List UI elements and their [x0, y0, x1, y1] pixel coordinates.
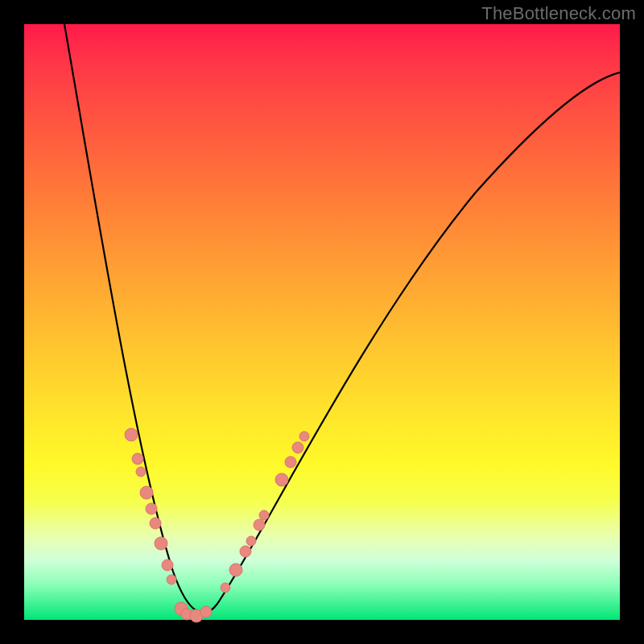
bottleneck-chart-svg — [24, 24, 620, 620]
highlight-dot — [132, 453, 143, 464]
highlight-dot — [162, 559, 173, 571]
highlight-dot — [254, 519, 265, 530]
highlight-dot — [229, 564, 242, 576]
highlight-dot — [221, 583, 230, 592]
highlight-dot — [240, 546, 251, 557]
bottleneck-curve — [64, 24, 620, 613]
highlight-dot — [292, 442, 303, 453]
highlight-dot — [167, 575, 176, 584]
highlight-dots-group — [125, 428, 309, 622]
highlight-dot — [275, 473, 288, 486]
highlight-dot — [155, 537, 167, 550]
highlight-dot — [136, 467, 146, 477]
highlight-dot — [125, 428, 138, 441]
highlight-dot — [146, 503, 157, 514]
highlight-dot — [200, 606, 212, 617]
highlight-dot — [299, 431, 309, 441]
highlight-dot — [246, 536, 256, 546]
chart-area — [24, 24, 620, 620]
highlight-dot — [259, 510, 269, 520]
highlight-dot — [150, 518, 161, 529]
highlight-dot — [140, 486, 153, 499]
highlight-dot — [285, 456, 296, 468]
watermark-text: TheBottleneck.com — [481, 3, 636, 24]
